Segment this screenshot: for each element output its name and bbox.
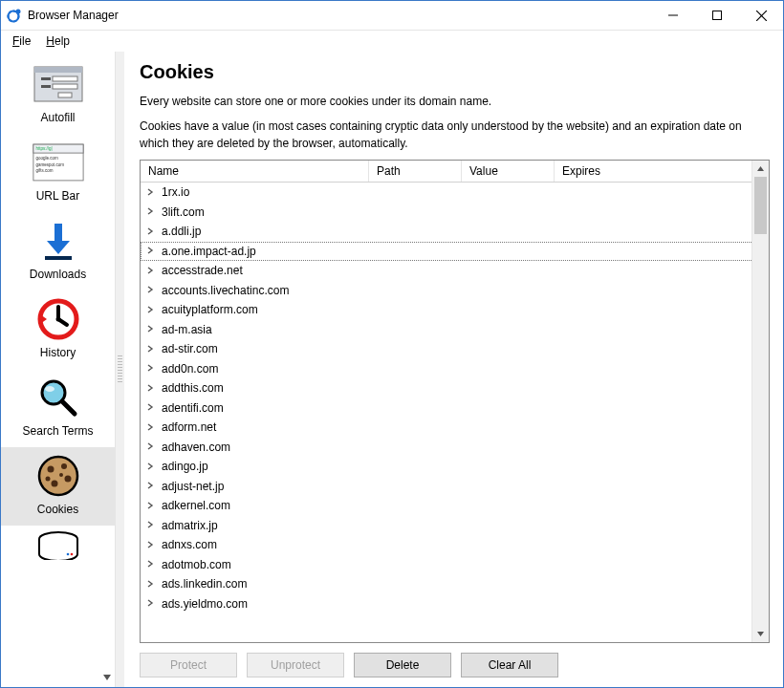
- sidebar-item-history[interactable]: History: [1, 290, 115, 369]
- sidebar-item-search-terms[interactable]: Search Terms: [1, 369, 115, 447]
- chevron-right-icon: [146, 266, 158, 276]
- table-row[interactable]: ads.linkedin.com: [141, 574, 769, 594]
- table-row[interactable]: adingo.jp: [141, 457, 769, 477]
- row-domain: ad-m.asia: [162, 323, 212, 336]
- row-domain: ad-stir.com: [162, 342, 218, 355]
- table-row[interactable]: acuityplatform.com: [141, 300, 769, 320]
- table-row[interactable]: ad-m.asia: [141, 320, 769, 340]
- col-value[interactable]: Value: [462, 161, 555, 182]
- svg-rect-4: [713, 11, 722, 20]
- row-domain: 3lift.com: [162, 205, 205, 219]
- chevron-right-icon: [146, 598, 158, 609]
- svg-point-37: [59, 473, 63, 477]
- menu-file-rest: ile: [19, 34, 31, 48]
- sidebar-item-downloads[interactable]: Downloads: [1, 212, 115, 290]
- chevron-right-icon: [146, 559, 158, 570]
- sidebar-item-url-bar[interactable]: https://g| google.com gamespot.com gifts…: [1, 134, 115, 212]
- table-row[interactable]: adform.net: [141, 418, 769, 438]
- svg-rect-22: [45, 256, 72, 260]
- splitter[interactable]: [116, 52, 124, 687]
- sidebar-item-autofill[interactable]: Autofill: [1, 55, 115, 134]
- menubar: File Help: [1, 31, 783, 52]
- table-row[interactable]: ads.yieldmo.com: [141, 594, 769, 614]
- chevron-right-icon: [146, 579, 158, 590]
- table-row[interactable]: adhaven.com: [141, 438, 769, 458]
- svg-point-31: [39, 457, 77, 495]
- minimize-button[interactable]: [651, 1, 695, 30]
- scroll-thumb[interactable]: [754, 177, 767, 234]
- titlebar: Browser Manager: [1, 1, 783, 31]
- search-icon: [33, 375, 84, 420]
- sidebar-item-label: URL Bar: [36, 189, 80, 203]
- app-window: Browser Manager File Help: [0, 0, 784, 688]
- sidebar-item-label: History: [40, 346, 76, 359]
- close-button[interactable]: [739, 1, 783, 30]
- chevron-right-icon: [146, 285, 158, 295]
- col-name[interactable]: Name: [141, 161, 369, 182]
- scroll-up-icon[interactable]: [752, 161, 769, 177]
- table-body: 1rx.io3lift.coma.ddli.jpa.one.impact-ad.…: [141, 183, 769, 642]
- svg-point-36: [45, 477, 50, 482]
- row-domain: adingo.jp: [162, 460, 208, 473]
- sidebar-item-label: Cookies: [37, 503, 78, 516]
- table-row[interactable]: adjust-net.jp: [141, 477, 769, 497]
- sidebar-item-label: Downloads: [30, 268, 86, 281]
- sidebar-item-storage[interactable]: [1, 526, 115, 560]
- svg-rect-9: [41, 77, 51, 80]
- table-row[interactable]: add0n.com: [141, 359, 769, 379]
- table-row[interactable]: admatrix.jp: [141, 516, 769, 536]
- cookie-icon: [33, 453, 84, 499]
- app-icon: [7, 8, 22, 23]
- chevron-right-icon: [146, 246, 158, 256]
- table-row[interactable]: 3lift.com: [141, 203, 769, 223]
- row-domain: ads.yieldmo.com: [162, 597, 248, 611]
- table-row[interactable]: a.ddli.jp: [141, 222, 769, 242]
- delete-button[interactable]: Delete: [354, 653, 451, 677]
- chevron-right-icon: [146, 540, 158, 550]
- svg-point-27: [55, 317, 60, 322]
- chevron-right-icon: [146, 520, 158, 530]
- scroll-down-icon[interactable]: [752, 626, 769, 642]
- table-row[interactable]: 1rx.io: [141, 183, 769, 203]
- sidebar-item-label: Autofill: [40, 111, 75, 124]
- row-domain: adkernel.com: [162, 499, 230, 512]
- svg-rect-12: [53, 84, 77, 89]
- menu-help[interactable]: Help: [38, 32, 77, 50]
- table-row[interactable]: accounts.livechatinc.com: [141, 281, 769, 301]
- svg-text:gifts.com: gifts.com: [35, 168, 53, 173]
- table-row[interactable]: adotmob.com: [141, 555, 769, 575]
- svg-point-35: [51, 481, 57, 487]
- row-domain: addthis.com: [162, 381, 224, 395]
- svg-rect-8: [34, 67, 82, 73]
- table-row[interactable]: accesstrade.net: [141, 261, 769, 281]
- menu-file[interactable]: File: [5, 32, 38, 50]
- table-row[interactable]: adkernel.com: [141, 496, 769, 516]
- table-row[interactable]: adnxs.com: [141, 535, 769, 555]
- table-row[interactable]: addthis.com: [141, 378, 769, 398]
- col-path[interactable]: Path: [369, 161, 462, 182]
- row-domain: add0n.com: [162, 362, 218, 376]
- table-row[interactable]: adentifi.com: [141, 398, 769, 419]
- svg-point-32: [47, 466, 54, 473]
- svg-rect-11: [41, 85, 51, 88]
- svg-text:https://g|: https://g|: [35, 146, 52, 151]
- window-title: Browser Manager: [28, 9, 119, 22]
- row-domain: ads.linkedin.com: [162, 577, 247, 591]
- row-domain: accesstrade.net: [162, 264, 243, 277]
- unprotect-button[interactable]: Unprotect: [247, 653, 344, 677]
- row-domain: accounts.livechatinc.com: [162, 284, 289, 297]
- table-row[interactable]: ad-stir.com: [141, 339, 769, 359]
- chevron-right-icon: [146, 187, 158, 198]
- svg-marker-41: [103, 675, 111, 680]
- row-domain: adotmob.com: [162, 558, 231, 571]
- clear-all-button[interactable]: Clear All: [461, 653, 558, 677]
- maximize-button[interactable]: [695, 1, 739, 30]
- protect-button[interactable]: Protect: [140, 653, 237, 677]
- svg-point-33: [61, 463, 67, 469]
- svg-point-40: [70, 553, 73, 556]
- table-row[interactable]: a.one.impact-ad.jp: [141, 242, 769, 262]
- col-expires[interactable]: Expires: [555, 161, 769, 182]
- sidebar-item-cookies[interactable]: Cookies: [1, 447, 115, 526]
- vertical-scrollbar[interactable]: [751, 161, 769, 642]
- sidebar-scroll-down[interactable]: [101, 672, 113, 683]
